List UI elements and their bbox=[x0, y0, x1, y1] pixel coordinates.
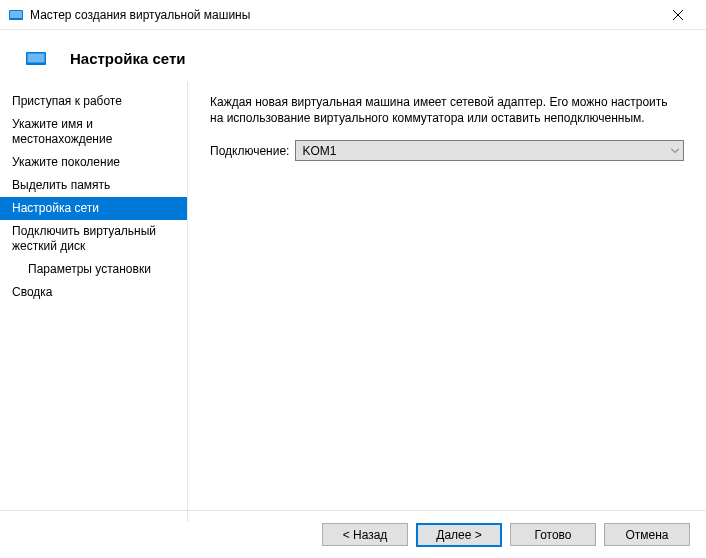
connection-label: Подключение: bbox=[210, 144, 289, 158]
sidebar-item-memory[interactable]: Выделить память bbox=[0, 174, 187, 197]
description-text: Каждая новая виртуальная машина имеет се… bbox=[210, 94, 684, 126]
wizard-steps-sidebar: Приступая к работе Укажите имя и местона… bbox=[0, 82, 188, 522]
page-header: Настройка сети bbox=[0, 30, 706, 82]
sidebar-item-virtual-disk[interactable]: Подключить виртуальный жесткий диск bbox=[0, 220, 187, 258]
connection-value: KOM1 bbox=[302, 144, 336, 158]
titlebar: Мастер создания виртуальной машины bbox=[0, 0, 706, 30]
sidebar-item-getting-started[interactable]: Приступая к работе bbox=[0, 90, 187, 113]
chevron-down-icon bbox=[671, 148, 679, 153]
connection-row: Подключение: KOM1 bbox=[210, 140, 684, 161]
window-title: Мастер создания виртуальной машины bbox=[30, 8, 250, 22]
back-button[interactable]: < Назад bbox=[322, 523, 408, 546]
finish-button[interactable]: Готово bbox=[510, 523, 596, 546]
connection-select[interactable]: KOM1 bbox=[295, 140, 684, 161]
svg-rect-5 bbox=[28, 54, 45, 63]
sidebar-item-generation[interactable]: Укажите поколение bbox=[0, 151, 187, 174]
sidebar-item-install-options[interactable]: Параметры установки bbox=[0, 258, 187, 281]
close-button[interactable] bbox=[658, 0, 698, 30]
sidebar-item-name-location[interactable]: Укажите имя и местонахождение bbox=[0, 113, 187, 151]
vm-icon bbox=[26, 48, 46, 68]
sidebar-item-summary[interactable]: Сводка bbox=[0, 281, 187, 304]
page-title: Настройка сети bbox=[70, 50, 185, 67]
main-panel: Каждая новая виртуальная машина имеет се… bbox=[188, 82, 706, 522]
app-icon bbox=[8, 7, 24, 23]
wizard-footer: < Назад Далее > Готово Отмена bbox=[0, 510, 706, 558]
cancel-button[interactable]: Отмена bbox=[604, 523, 690, 546]
svg-rect-1 bbox=[10, 11, 22, 18]
next-button[interactable]: Далее > bbox=[416, 523, 502, 547]
sidebar-item-networking[interactable]: Настройка сети bbox=[0, 197, 187, 220]
